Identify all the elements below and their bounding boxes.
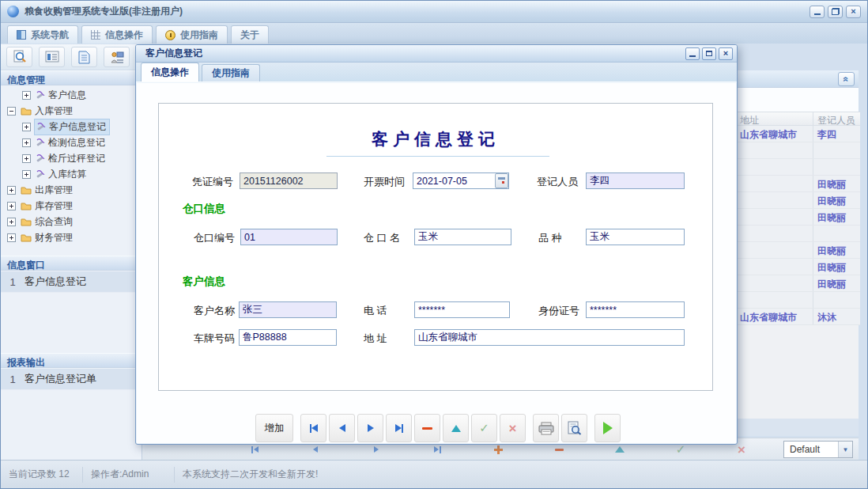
expand-plus-icon[interactable] [22, 170, 31, 179]
expand-plus-icon[interactable] [22, 138, 31, 147]
customer-name-label: 客户名称 [194, 304, 235, 318]
expand-plus-icon[interactable] [7, 202, 16, 210]
minimize-button[interactable] [810, 6, 825, 18]
dialog-tab-info-operation[interactable]: 信息操作 [141, 63, 199, 82]
last-record-button[interactable] [386, 414, 412, 442]
run-button[interactable] [594, 414, 621, 442]
cell-registrar [813, 142, 860, 158]
column-header-address[interactable]: 地址 [736, 112, 813, 125]
report-output-item[interactable]: 1 客户信息登记单 [1, 369, 142, 390]
menu-tab-user-guide[interactable]: 使用指南 [156, 25, 228, 44]
nav-next-button[interactable] [351, 446, 402, 453]
table-row[interactable]: 山东省聊城市沐沐 [736, 309, 860, 325]
tree-item-outbound-management[interactable]: 出库管理 [1, 182, 142, 198]
tool-icon [36, 169, 45, 179]
nav-cancel-button[interactable]: × [716, 443, 767, 457]
nav-delete-button[interactable] [534, 449, 584, 451]
id-number-field[interactable] [586, 301, 685, 318]
tree-item-label: 综合查询 [35, 215, 73, 229]
add-button[interactable]: 增加 [255, 414, 293, 442]
expand-plus-icon[interactable] [7, 218, 16, 226]
table-row[interactable] [736, 159, 860, 176]
column-header-registrar[interactable]: 登记人员 [813, 112, 860, 125]
table-row[interactable]: 田晓丽 [736, 192, 860, 209]
expand-plus-icon[interactable] [22, 154, 31, 163]
restore-button[interactable] [828, 6, 843, 18]
style-preset-dropdown[interactable]: Default ▼ [783, 441, 853, 458]
table-row[interactable] [736, 292, 860, 309]
tree-item-inventory-management[interactable]: 库存管理 [1, 198, 142, 214]
invoice-time-label: 开票时间 [364, 175, 405, 189]
collapse-panel-button[interactable]: « [838, 72, 855, 86]
table-row[interactable]: 田晓丽 [736, 176, 860, 192]
nav-insert-button[interactable] [473, 445, 523, 454]
table-row[interactable]: 田晓丽 [736, 209, 860, 226]
plate-no-field[interactable] [239, 329, 337, 346]
prev-record-button[interactable] [329, 414, 355, 442]
table-row[interactable] [736, 142, 860, 159]
first-record-button[interactable] [300, 414, 326, 442]
cell-registrar: 田晓丽 [813, 176, 860, 191]
table-row[interactable]: 山东省聊城市李四 [736, 126, 860, 142]
bin-no-field[interactable] [240, 229, 338, 245]
menu-tab-system-nav[interactable]: 系统导航 [7, 25, 78, 44]
nav-prev-button[interactable] [290, 446, 341, 453]
tree-item-comprehensive-query[interactable]: 综合查询 [1, 214, 142, 229]
tree-item-inbound-settlement[interactable]: 入库结算 [1, 166, 142, 182]
tree-item-inspection-register[interactable]: 检测信息登记 [1, 135, 142, 150]
expand-plus-icon[interactable] [7, 233, 16, 242]
menu-tab-info-operation[interactable]: 信息操作 [81, 25, 153, 44]
print-button[interactable] [533, 414, 559, 442]
status-record-count: 当前记录数 12 [1, 467, 83, 483]
last-record-icon [434, 446, 439, 453]
variety-field[interactable] [586, 229, 685, 245]
section-customer-info: 客户信息 [183, 275, 225, 289]
menu-tab-label: 关于 [240, 28, 259, 42]
nav-last-button[interactable] [412, 446, 462, 453]
voucher-no-field[interactable] [240, 172, 338, 189]
address-field[interactable] [414, 329, 685, 346]
nav-confirm-button[interactable]: ✓ [655, 444, 706, 456]
close-button[interactable]: × [846, 6, 861, 18]
tree-item-inbound-management[interactable]: 入库管理 [1, 103, 142, 119]
table-row[interactable] [736, 226, 860, 242]
registrar-field[interactable] [586, 172, 685, 189]
dialog-minimize-button[interactable] [685, 47, 700, 60]
expand-plus-icon[interactable] [22, 123, 31, 131]
expand-plus-icon[interactable] [7, 186, 16, 195]
id-number-label: 身份证号 [538, 304, 579, 318]
cancel-button[interactable]: × [500, 414, 526, 442]
user-management-button[interactable] [104, 47, 130, 67]
expand-minus-icon[interactable] [7, 107, 16, 116]
registrar-label: 登记人员 [537, 175, 578, 189]
info-window-item[interactable]: 1 客户信息登记 [1, 271, 142, 293]
tree-item-finance-management[interactable]: 财务管理 [1, 229, 142, 245]
date-picker-button[interactable] [495, 173, 508, 188]
customer-name-field[interactable] [239, 301, 337, 318]
report-list-button[interactable] [39, 47, 65, 67]
delete-record-button[interactable] [414, 414, 440, 442]
dialog-maximize-button[interactable] [702, 47, 716, 60]
phone-field[interactable] [414, 301, 510, 318]
tree-item-customer-info-register[interactable]: 客户信息登记 [1, 119, 142, 135]
preview-search-button[interactable] [6, 47, 32, 67]
table-row[interactable]: 田晓丽 [736, 259, 860, 275]
next-record-button[interactable] [357, 414, 383, 442]
cell-address [736, 209, 813, 225]
new-document-button[interactable] [71, 47, 97, 67]
nav-first-button[interactable] [229, 446, 280, 453]
table-row[interactable]: 田晓丽 [736, 275, 860, 292]
post-edit-button[interactable] [443, 414, 469, 442]
bin-name-field[interactable] [414, 229, 511, 245]
tree-item-weighing-register[interactable]: 检斤过秤登记 [1, 150, 142, 166]
dialog-tab-user-guide[interactable]: 使用指南 [202, 64, 260, 82]
tree-item-customer-info[interactable]: 客户信息 [1, 87, 142, 103]
menu-tab-about[interactable]: 关于 [231, 25, 269, 44]
nav-post-button[interactable] [594, 446, 645, 453]
cell-address [736, 275, 813, 291]
preview-button[interactable] [561, 414, 587, 442]
table-row[interactable]: 田晓丽 [736, 242, 860, 259]
confirm-button[interactable]: ✓ [471, 414, 497, 442]
dialog-close-button[interactable]: × [719, 47, 733, 60]
expand-plus-icon[interactable] [22, 91, 31, 100]
